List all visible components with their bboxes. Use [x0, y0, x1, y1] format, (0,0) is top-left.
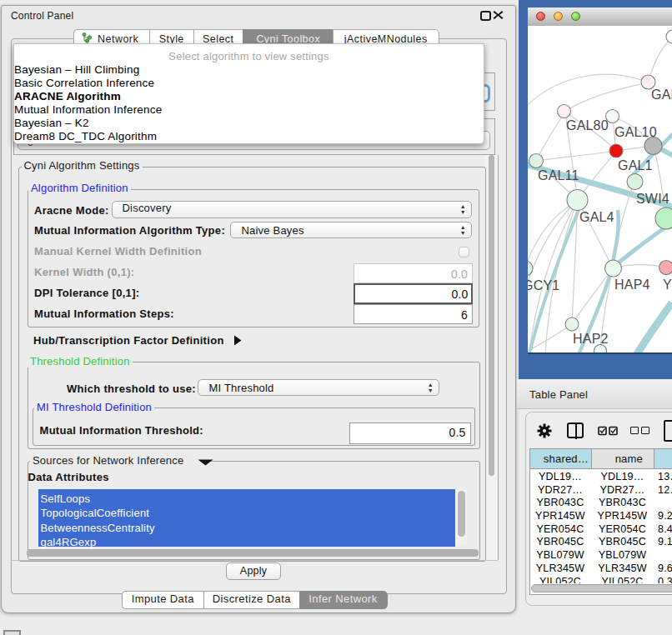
svg-text:GAL4: GAL4	[579, 210, 614, 224]
svg-text:HAP4: HAP4	[614, 278, 650, 292]
svg-text:GAL80: GAL80	[566, 118, 609, 132]
svg-text:HAP2: HAP2	[573, 332, 609, 346]
svg-text:SWI4: SWI4	[636, 192, 669, 206]
svg-text:GAL1: GAL1	[618, 158, 653, 172]
svg-text:YM: YM	[663, 278, 672, 292]
svg-text:GAL10: GAL10	[614, 125, 657, 139]
svg-text:GCY1: GCY1	[528, 278, 559, 292]
svg-text:GAL7: GAL7	[651, 88, 672, 102]
svg-text:GAL11: GAL11	[538, 168, 579, 182]
